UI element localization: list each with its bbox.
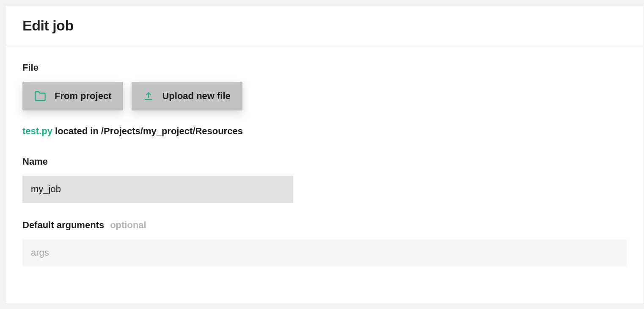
file-location-text: test.py located in /Projects/my_project/…	[22, 126, 627, 137]
page-title: Edit job	[22, 17, 627, 34]
file-source-buttons: From project Upload new file	[22, 82, 627, 110]
name-label: Name	[22, 156, 627, 167]
selected-filename: test.py	[22, 126, 52, 136]
edit-job-panel: Edit job File From project	[5, 5, 644, 304]
job-name-input[interactable]	[22, 176, 293, 203]
upload-file-button[interactable]: Upload new file	[132, 82, 242, 110]
from-project-button[interactable]: From project	[22, 82, 123, 110]
upload-file-label: Upload new file	[162, 91, 230, 102]
panel-body: File From project Upload	[6, 45, 644, 283]
default-args-label: Default arguments	[22, 220, 104, 231]
file-label: File	[22, 62, 627, 73]
panel-header: Edit job	[6, 6, 644, 45]
upload-icon	[143, 91, 154, 101]
default-args-input[interactable]	[22, 239, 627, 266]
args-label-row: Default arguments optional	[22, 220, 627, 231]
file-path: located in /Projects/my_project/Resource…	[55, 126, 243, 136]
folder-icon	[34, 90, 46, 102]
optional-tag: optional	[110, 220, 146, 231]
from-project-label: From project	[55, 91, 111, 102]
